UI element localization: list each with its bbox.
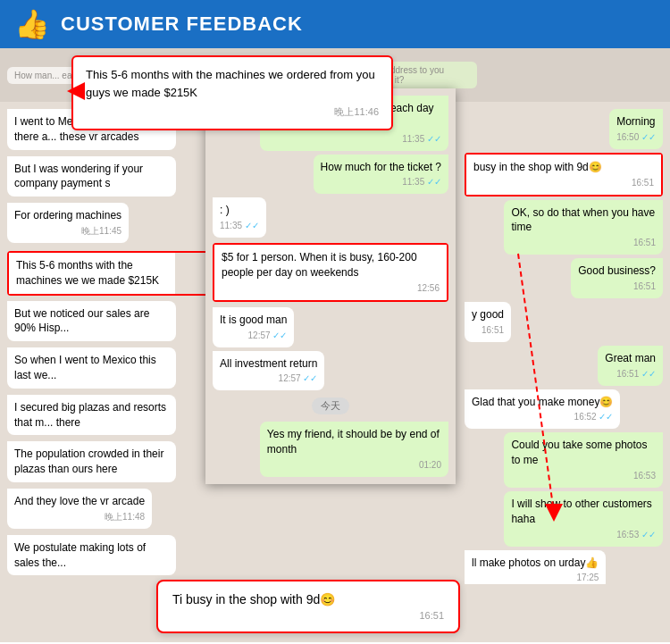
arrow-top (67, 82, 85, 104)
right-msg-6: Great man 16:51 ✓✓ (598, 346, 663, 386)
top-highlight-text: This 5-6 months with the machines we ord… (86, 68, 375, 99)
left-chat-body: I went to Mexico and oh mine there a... … (0, 102, 225, 584)
bottom-highlight-box: Ti busy in the shop with 9d😊 16:51 (156, 580, 460, 633)
right-msg-2: busy in the shop with 9d😊 16:51 (466, 155, 661, 195)
bottom-highlight-text: Ti busy in the shop with 9d😊 (172, 592, 335, 606)
right-msg-3: OK, so do that when you have time 16:51 (504, 200, 663, 255)
left-msg-3: For ordering machines 晚上11:45 (7, 203, 129, 243)
right-msg-10: ll make photos on urday👍 17:25 (465, 550, 606, 584)
header: 👍 CUSTOMER FEEDBACK (0, 0, 670, 48)
main-content: How man... each day I went to Mexico and… (0, 48, 670, 642)
bottom-highlight-time: 16:51 (172, 610, 444, 621)
right-chat-body: Morning 16:50 ✓✓ busy in the shop with 9… (457, 102, 670, 584)
left-msg-4: This 5-6 months with the machines we we … (9, 253, 175, 294)
right-highlight-box: busy in the shop with 9d😊 16:51 (465, 153, 663, 197)
left-chat-panel: I went to Mexico and oh mine there a... … (0, 102, 225, 584)
center-msg-4: $5 for 1 person. When it is busy, 160-20… (214, 245, 447, 300)
right-msg-5: y good 16:51 (465, 302, 511, 342)
center-msg-7: Yes my friend, it should be by end of mo… (260, 422, 448, 477)
top-highlight-box: This 5-6 months with the machines we ord… (71, 55, 393, 130)
left-msg-10: We postulate making lots of sales the... (7, 535, 176, 576)
left-msg-6: So when I went to Mexico this last we... (7, 347, 176, 389)
left-msg-2: But I was wondering if your company paym… (7, 156, 176, 197)
left-msg-5: But we noticed our sales are 90% Hisp... (7, 301, 176, 342)
center-msg-6: All investment return 12:57 ✓✓ (213, 351, 324, 391)
right-msg-7: Glad that you make money😊 16:52 ✓✓ (465, 389, 620, 430)
right-chat-panel: Morning 16:50 ✓✓ busy in the shop with 9… (457, 102, 670, 584)
top-highlight-time: 晚上11:46 (86, 105, 379, 120)
center-msg-2: How much for the ticket ? 11:35 ✓✓ (314, 155, 448, 195)
center-msg-3: : ) 11:35 ✓✓ (213, 197, 266, 238)
right-msg-9: I will show to other customers haha 16:5… (504, 491, 663, 547)
right-msg-4: Good business? 16:51 (571, 258, 663, 298)
center-chat-body: How many people played each day ? 11:35 … (205, 88, 456, 484)
left-msg-9: And they love the vr arcade 晚上11:48 (7, 489, 152, 529)
left-msg-8: The population crowded in their plazas t… (7, 441, 176, 482)
right-msg-1: Morning 16:50 ✓✓ (609, 109, 663, 149)
date-divider: 今天 (312, 397, 349, 414)
left-highlight-box: This 5-6 months with the machines we we … (7, 251, 218, 296)
center-chat-panel: How many people played each day ? 11:35 … (205, 88, 456, 484)
left-msg-7: I secured big plazas and resorts that m.… (7, 395, 176, 436)
svg-marker-0 (67, 82, 85, 100)
thumbs-up-icon: 👍 (14, 7, 50, 41)
center-highlight-box: $5 for 1 person. When it is busy, 160-20… (213, 243, 448, 302)
page-title: CUSTOMER FEEDBACK (61, 13, 303, 36)
right-msg-8: Could you take some photos to me 16:53 (504, 432, 663, 488)
center-msg-5: It is good man 12:57 ✓✓ (213, 307, 294, 347)
